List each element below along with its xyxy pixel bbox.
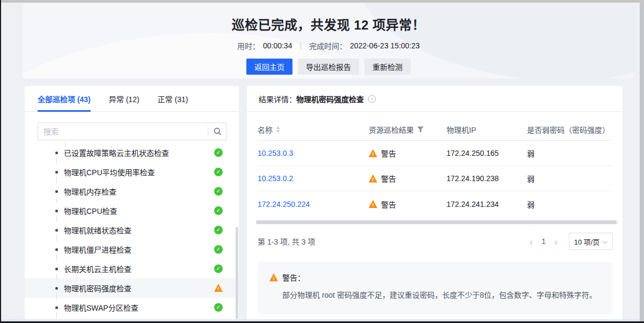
column-result: 资源巡检结果 (369, 124, 414, 135)
success-icon: ✓ (214, 264, 223, 273)
duration-value: 00:00:34 (263, 41, 292, 50)
result-table: 名称 资源巡检结果 物理机IP 是否弱密码（密码强度） 10.253.0.3 !… (258, 118, 612, 217)
warning-icon: ! (369, 149, 377, 157)
page-title: 巡检已完成，共发现 12 项异常！ (23, 15, 634, 33)
check-list-panel: 全部巡检项 (43) 异常 (12) 正常 (31) 已设置故障策略云主机状态检… (25, 86, 239, 319)
app-window: 巡检已完成，共发现 12 项异常！ 用时： 00:00:34 | 完成时间： 2… (0, 0, 644, 323)
detail-title-value: 物理机密码强度检查 (296, 94, 364, 104)
timeline-connector (56, 157, 57, 164)
success-icon: ✓ (214, 206, 223, 215)
check-item-list: 已设置故障策略云主机状态检查 ✓ 物理机CPU平均使用率检查 ✓ 物理机内存检查… (25, 143, 239, 317)
weak-password-value: 弱 (527, 199, 612, 210)
page-size-select[interactable]: 10 项/页 (569, 233, 613, 250)
detail-title-label: 结果详情： (259, 94, 296, 104)
list-item[interactable]: 物理机僵尸进程检查 ✓ (25, 240, 239, 259)
resource-link[interactable]: 10.253.0.3 (258, 149, 293, 157)
meta-divider: | (299, 41, 302, 50)
timeline-connector (56, 177, 57, 183)
result-detail-panel: 结果详情： 物理机密码强度检查 i 名称 资源巡检结果 物理机IP 是否弱密码（… (247, 86, 623, 319)
check-item-label: 物理机CPU检查 (64, 205, 118, 216)
check-item-label: 物理机CPU平均使用率检查 (64, 167, 155, 177)
finish-time-value: 2022-06-23 15:00:23 (350, 41, 420, 50)
tab-abnormal[interactable]: 异常 (12) (109, 86, 140, 112)
warning-icon: ! (214, 284, 223, 292)
timeline-connector (56, 235, 57, 241)
duration-label: 用时： (237, 40, 260, 51)
check-item-label: 物理机僵尸进程检查 (64, 244, 131, 255)
search-icon[interactable] (208, 123, 226, 140)
column-name: 名称 (258, 124, 273, 135)
success-icon: ✓ (214, 303, 223, 312)
table-header-row: 名称 资源巡检结果 物理机IP 是否弱密码（密码强度） (258, 118, 612, 141)
check-item-label: 物理机内存检查 (64, 186, 116, 197)
weak-password-value: 弱 (527, 148, 612, 159)
list-item-selected[interactable]: 物理机密码强度检查 ! (25, 278, 239, 298)
list-item[interactable]: 物理机SWAP分区检查 ✓ (25, 298, 239, 317)
warning-title: 警告： (282, 272, 305, 283)
bullet-icon (55, 268, 58, 270)
list-item[interactable]: 物理机就绪状态检查 ✓ (25, 220, 239, 240)
warning-icon: ! (369, 200, 377, 208)
table-row: 10.253.0.3 ! 警告 172.24.250.165 弱 (258, 141, 612, 166)
timeline-connector (56, 196, 57, 203)
back-home-button[interactable]: 返回主页 (246, 59, 292, 75)
pagination: 第 1-3 项, 共 3 项 ‹ 1 › 10 项/页 (258, 232, 613, 250)
window-right-scrollbar[interactable] (640, 3, 644, 321)
list-item[interactable]: 已设置故障策略云主机状态检查 ✓ (25, 143, 239, 162)
inspection-summary-card: 巡检已完成，共发现 12 项异常！ 用时： 00:00:34 | 完成时间： 2… (23, 3, 634, 78)
list-scrollbar[interactable] (236, 227, 238, 319)
check-item-label: 长期关机云主机检查 (64, 263, 131, 274)
timeline-connector (56, 293, 57, 299)
window-top-scrollbar[interactable] (1, 0, 644, 3)
next-page-icon[interactable]: › (551, 236, 561, 247)
tab-all-items[interactable]: 全部巡检项 (43) (38, 86, 91, 112)
bullet-icon (55, 190, 58, 193)
export-report-button[interactable]: 导出巡检报告 (298, 59, 359, 75)
inspection-meta: 用时： 00:00:34 | 完成时间： 2022-06-23 15:00:23 (23, 40, 634, 51)
success-icon: ✓ (214, 245, 223, 254)
bullet-icon (55, 248, 58, 251)
page-number[interactable]: 1 (539, 237, 548, 246)
list-item[interactable]: 物理机内存检查 ✓ (25, 182, 239, 201)
prev-page-icon[interactable]: ‹ (526, 236, 537, 247)
result-text: 警告 (381, 173, 396, 184)
recheck-button[interactable]: 重新检测 (364, 59, 411, 75)
check-item-label: 物理机SWAP分区检查 (64, 302, 138, 313)
warning-icon: ! (369, 175, 377, 183)
bullet-icon (55, 210, 58, 212)
bullet-icon (55, 287, 58, 290)
tab-normal[interactable]: 正常 (31) (158, 86, 188, 112)
chevron-down-icon (603, 238, 608, 243)
table-horizontal-scrollbar[interactable] (256, 220, 617, 224)
result-text: 警告 (381, 148, 396, 159)
resource-link[interactable]: 10.253.0.2 (258, 174, 293, 183)
check-item-label: 物理机密码强度检查 (64, 283, 131, 293)
success-icon: ✓ (214, 168, 223, 176)
bullet-icon (55, 171, 58, 174)
bullet-icon (55, 152, 58, 154)
warning-icon: ! (269, 274, 278, 282)
sort-icon[interactable] (276, 126, 280, 133)
ip-value: 172.24.241.234 (447, 200, 527, 209)
bullet-icon (55, 229, 58, 232)
result-text: 警告 (381, 199, 396, 210)
action-buttons: 返回主页 导出巡检报告 重新检测 (23, 59, 634, 75)
ip-value: 172.24.250.165 (447, 149, 527, 157)
table-row: 10.253.0.2 ! 警告 172.24.190.238 弱 (258, 166, 612, 191)
search-box (38, 123, 227, 140)
weak-password-value: 弱 (527, 173, 612, 184)
column-weak-password: 是否弱密码（密码强度） (527, 124, 612, 135)
info-icon[interactable]: i (368, 95, 376, 103)
resource-link[interactable]: 172.24.250.224 (258, 200, 310, 209)
list-item[interactable]: 长期关机云主机检查 ✓ (25, 259, 239, 278)
page-size-value: 10 项/页 (574, 236, 600, 247)
search-input[interactable] (38, 127, 208, 136)
detail-header: 结果详情： 物理机密码强度检查 i (247, 86, 623, 112)
timeline-connector (56, 274, 57, 280)
filter-icon[interactable] (417, 126, 424, 133)
list-item[interactable]: 物理机CPU检查 ✓ (25, 201, 239, 220)
success-icon: ✓ (214, 187, 223, 196)
success-icon: ✓ (214, 226, 223, 234)
check-item-label: 已设置故障策略云主机状态检查 (64, 147, 169, 158)
list-item[interactable]: 物理机CPU平均使用率检查 ✓ (25, 162, 239, 182)
